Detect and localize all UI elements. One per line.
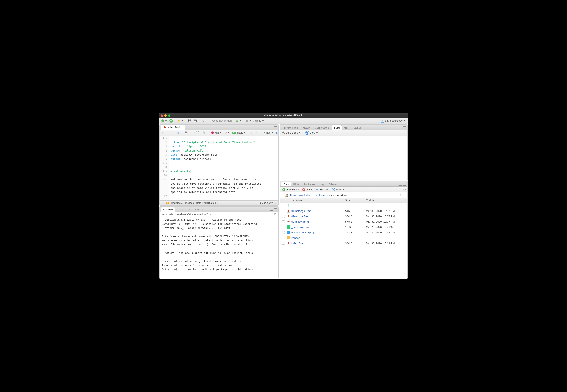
build-book-button[interactable]: 🔨Build Book [281,131,301,135]
save-source-button[interactable]: 💾 [184,131,189,135]
goto-file-function[interactable]: ➜Go to file/function [208,119,233,123]
maximize-pane-icon[interactable] [403,183,406,186]
files-more-button[interactable]: More [331,188,346,191]
tab-console[interactable]: Console [161,207,175,212]
tab-viewer[interactable]: Viewer [327,182,340,186]
minimize-pane-icon[interactable] [270,126,273,129]
titlebar[interactable]: share-bookdown - master - RStudio [159,113,408,118]
file-checkbox[interactable] [282,237,285,239]
minimize-pane-icon[interactable] [399,126,402,129]
new-folder-button[interactable]: +New Folder [281,188,301,191]
file-checkbox[interactable] [282,226,285,228]
tab-environment[interactable]: Environment [281,125,300,130]
file-row[interactable]: _bookdown.yml17 BMar 28, 2020, 1:57 PM [280,224,407,230]
breadcrumb-share-bookdown[interactable]: share-bookdown [328,194,348,197]
file-row[interactable]: 01-hotdogs.Rmd516 BMar 30, 2020, 10:07 P… [280,208,407,214]
file-checkbox[interactable] [282,242,285,245]
print-button[interactable]: 🖨 [201,119,205,123]
outline-crumb[interactable]: # Principles & Practice of Data Visualiz… [166,202,219,205]
breadcrumb-rworkshops[interactable]: rworkshops [299,194,312,197]
tab-plots[interactable]: Plots [291,182,301,186]
file-name: 02-moma.Rmd [291,215,309,218]
tab-files[interactable]: Files [281,182,291,186]
tab-git[interactable]: Git [342,125,350,130]
breadcrumb-rwebinars[interactable]: rwebinars [315,194,326,197]
file-row[interactable]: 03-meow.Rmd578 BMar 30, 2020, 10:07 PM [280,219,407,224]
project-menu[interactable]: Rshare-bookdown [379,119,407,123]
new-project-button[interactable]: R [168,119,174,123]
tab-tutorial[interactable]: Tutorial [350,125,363,130]
minimize-pane-icon[interactable] [270,209,273,211]
clear-console-icon[interactable]: ⌫ [273,213,276,216]
tab-help[interactable]: Help [317,182,327,186]
show-in-new-window-button[interactable]: ⧉ [176,131,180,135]
parent-dir-row[interactable]: ⬆.. [280,203,407,208]
build-toolbar: 🔨Build Book More [280,130,407,136]
file-row[interactable]: images [280,235,407,240]
close-tab-icon[interactable]: × [182,126,183,129]
file-row[interactable]: index.Rmd384 BMar 30, 2020, 10:11 PM [280,240,407,246]
file-modified: Mar 30, 2020, 10:07 PM [366,215,407,218]
console-output[interactable]: R version 3.6.1 (2019-07-05) -- "Action … [160,217,278,278]
delete-button[interactable]: ✖Delete [301,188,315,191]
file-checkbox[interactable] [282,210,285,212]
select-all-checkbox[interactable] [281,194,284,196]
forward-button[interactable]: ⟹ [167,131,173,135]
files-toolbar: +New Folder ✖Delete ➜Rename More ⟳ [280,187,407,193]
console-tabs: Console Terminal× Jobs× [160,207,278,212]
minimize-icon[interactable] [164,114,167,117]
insert-button[interactable]: +CInsert [231,131,247,135]
file-checkbox[interactable] [282,231,285,234]
addins-button[interactable]: Addins [252,119,265,123]
tab-connections[interactable]: Connections [313,125,332,130]
spellcheck-button[interactable]: ✔ABC [192,131,201,135]
settings-button[interactable]: ⚙ [223,131,231,135]
file-checkbox[interactable] [282,215,285,218]
tab-history[interactable]: History [300,125,313,130]
col-name[interactable]: ▲Name [287,199,345,202]
maximize-pane-icon[interactable] [274,126,277,129]
panes-button[interactable]: ▦ [245,119,252,123]
goto-project-icon[interactable]: R [399,194,402,197]
home-icon[interactable]: 🏠 [285,193,289,197]
save-button[interactable]: 💾 [187,119,192,123]
more-path-button[interactable]: … [404,194,406,197]
tab-terminal[interactable]: Terminal× [175,207,192,212]
save-all-button[interactable]: 💾 [193,119,198,123]
tab-jobs[interactable]: Jobs× [192,207,205,212]
build-more-button[interactable]: More [305,131,319,135]
file-checkbox[interactable] [282,220,285,223]
col-modified[interactable]: Modified [366,199,407,202]
open-file-button[interactable]: 📂 [176,119,184,123]
file-size: 17 B [345,226,366,229]
code-editor[interactable]: 1 ▾234567 ▴89 ▾101112 ---title: "Princip… [160,136,278,200]
tools-button[interactable]: ☰ [235,119,242,123]
file-row[interactable]: 02-moma.Rmd354 BMar 30, 2020, 10:07 PM [280,214,407,219]
find-button[interactable]: 🔍 [202,131,207,135]
file-row[interactable]: dataviz-book.Rproj248 BMar 30, 2020, 10:… [280,230,407,235]
refresh-icon[interactable]: ⟳ [403,188,406,191]
tab-build[interactable]: Build [332,125,342,130]
file-size: 516 B [345,210,366,212]
file-modified: Mar 30, 2020, 10:11 PM [366,242,407,245]
goto-dir-icon[interactable]: ⟳ [209,213,211,216]
new-file-button[interactable]: + [160,119,168,123]
language-label[interactable]: R Markdown [259,202,273,205]
source-tab-index[interactable]: index.Rmd × [161,125,185,130]
minimize-pane-icon[interactable] [399,183,402,186]
zoom-icon[interactable] [168,114,170,117]
back-button[interactable]: ⟸ [161,131,166,135]
maximize-pane-icon[interactable] [403,126,406,129]
main-toolbar: + R 📂 💾 💾 🖨 ➜Go to file/function ☰ ▦ Add… [159,118,408,124]
maximize-pane-icon[interactable] [274,209,277,211]
col-size[interactable]: Size [345,199,366,202]
publish-button[interactable]: ◐ [275,131,278,135]
close-icon[interactable] [161,114,163,117]
knit-button[interactable]: 🧶Knit [210,131,223,135]
tab-packages[interactable]: Packages [301,182,317,186]
next-chunk-button[interactable]: ⇩ [255,131,259,135]
breadcrumb-Home[interactable]: Home [290,194,297,197]
prev-chunk-button[interactable]: ⇧ [250,131,254,135]
rename-button[interactable]: ➜Rename [315,187,330,191]
run-button[interactable]: ➔Run [262,131,274,135]
